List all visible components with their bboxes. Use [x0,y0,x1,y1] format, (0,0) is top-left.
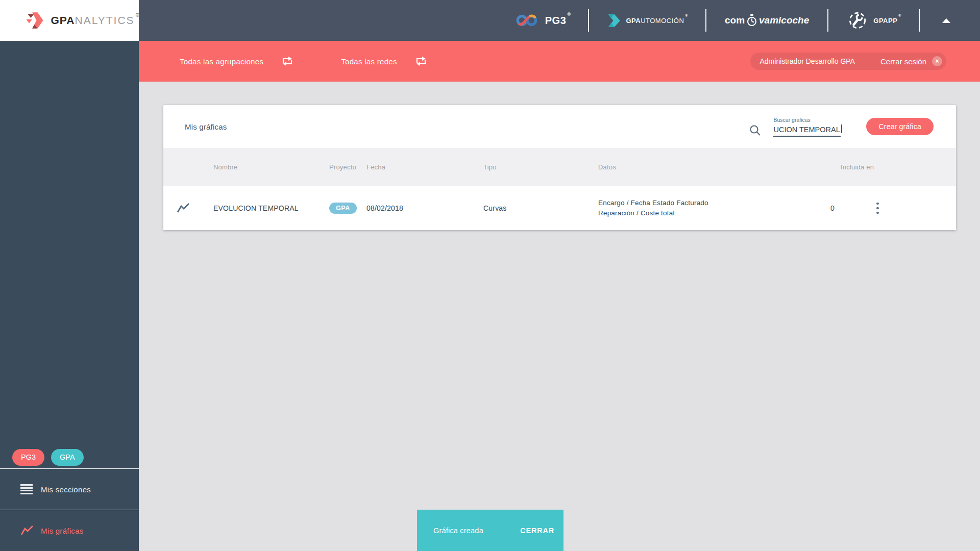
row-chart-type-icon [163,203,203,214]
search-icon[interactable] [749,124,762,137]
badge-gpa[interactable]: GPA [51,449,84,466]
logout-close-icon[interactable]: × [932,56,942,66]
networks-filter: Todas las redes [341,56,428,67]
sidebar-item-mis-secciones[interactable]: Mis secciones [0,469,139,510]
networks-filter-label[interactable]: Todas las redes [341,57,397,66]
search-field-label: Buscar gráficas [773,117,841,123]
brand-suffix: NALYTICS [75,14,134,26]
row-included-in: 0 [830,204,876,212]
sidebar: GPANALYTICS® PG3 GPA Mis secciones Mis g… [0,0,139,551]
charts-card: Mis gráficas Buscar gráficas Crear gráfi… [163,105,956,230]
line-chart-icon [177,203,190,214]
groupings-filter: Todas las agrupaciones [180,56,294,67]
row-date: 08/02/2018 [356,204,473,212]
filter-bar: Todas las agrupaciones Todas las redes [139,41,980,82]
user-session-pill: Administrador Desarrollo GPA Cerrar sesi… [750,53,946,70]
app-link-comvamicoche[interactable]: com vamicoche [725,13,809,28]
user-name: Administrador Desarrollo GPA [760,57,854,65]
row-data: Encargo / Fecha Estado Facturado Reparac… [588,198,830,218]
snackbar-toast: Gráfica creada CERRAR [417,510,564,551]
row-type: Curvas [473,204,588,212]
comvamicoche-prefix: com [725,15,745,26]
groupings-filter-label[interactable]: Todas las agrupaciones [180,57,263,66]
collapse-header-arrow-icon[interactable] [942,18,950,23]
project-badge: GPA [329,203,357,214]
top-header: PG3® GPAUTOMOCIÓN® com vamicoche [139,0,980,41]
col-header-fecha: Fecha [356,163,473,171]
col-header-incluida-en: Incluida en [830,163,876,171]
header-divider [919,9,920,32]
stopwatch-icon [746,13,758,28]
pg3-infinity-icon [516,13,539,28]
toast-close-button[interactable]: CERRAR [520,527,554,535]
registered-mark: ® [136,12,140,18]
card-toolbar: Mis gráficas Buscar gráficas Crear gráfi… [163,105,956,148]
row-data-line2: Reparación / Coste total [598,208,830,218]
gpautomocion-arrow-icon [607,14,621,28]
gpapp-wrench-icon [847,10,868,31]
page-title: Mis gráficas [185,122,227,131]
header-divider [827,9,828,32]
app-label-gpautomocion: GPAUTOMOCIÓN® [626,17,687,24]
col-header-datos: Datos [588,163,830,171]
app-label-gpapp: GPAPP® [873,17,900,24]
swap-groupings-icon[interactable] [281,56,294,67]
table-header-row: Nombre Proyecto Fecha Tipo Datos Incluid… [163,148,956,186]
row-name: EVOLUCION TEMPORAL [203,204,319,212]
brand-logo[interactable]: GPANALYTICS® [0,0,139,41]
line-chart-icon [20,525,35,536]
row-menu-kebab-icon[interactable] [876,202,887,215]
row-data-line1: Encargo / Fecha Estado Facturado [598,198,830,208]
app-link-gpapp[interactable]: GPAPP® [847,10,900,31]
menu-icon [20,483,35,496]
sidebar-badges: PG3 GPA [0,446,139,468]
app-label-pg3: PG3® [545,15,570,27]
search-input[interactable] [773,124,841,137]
row-project: GPA [319,203,356,214]
sidebar-bottom: PG3 GPA Mis secciones Mis gráficas [0,446,139,551]
search-field: Buscar gráficas [773,117,841,137]
logout-button[interactable]: Cerrar sesión [880,57,926,66]
toast-message: Gráfica creada [433,527,483,535]
app-root: GPANALYTICS® PG3 GPA Mis secciones Mis g… [0,0,980,551]
gpa-arrow-logo-icon [23,9,43,32]
brand-prefix: GPA [51,14,75,26]
badge-pg3[interactable]: PG3 [12,449,44,466]
col-header-tipo: Tipo [473,163,588,171]
col-header-proyecto: Proyecto [319,163,356,171]
table-row[interactable]: EVOLUCION TEMPORAL GPA 08/02/2018 Curvas… [163,186,956,230]
col-header-nombre: Nombre [203,163,319,171]
content-area: Mis gráficas Buscar gráficas Crear gráfi… [139,82,980,551]
comvamicoche-suffix: vamicoche [759,15,809,26]
sidebar-item-mis-graficas[interactable]: Mis gráficas [0,510,139,551]
header-divider [588,9,589,32]
sidebar-item-label: Mis secciones [41,485,91,494]
swap-networks-icon[interactable] [414,56,428,67]
brand-logo-text: GPANALYTICS® [51,14,139,27]
sidebar-item-label: Mis gráficas [41,527,84,535]
create-chart-button[interactable]: Crear gráfica [866,118,934,135]
app-link-gpautomocion[interactable]: GPAUTOMOCIÓN® [607,14,687,28]
header-divider [705,9,706,32]
toolbar-right: Buscar gráficas Crear gráfica [749,116,934,137]
text-caret [841,124,842,133]
app-link-pg3[interactable]: PG3® [516,13,570,28]
